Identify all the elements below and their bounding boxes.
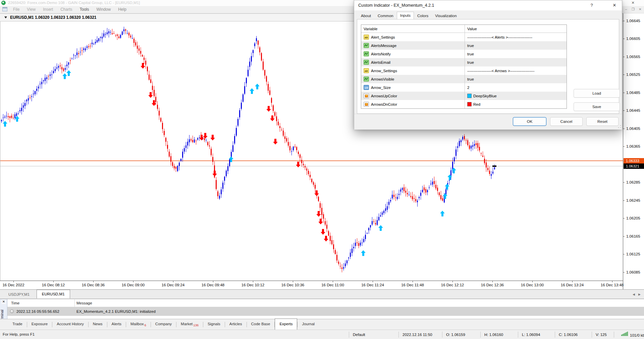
terminal-tab-experts[interactable]: Experts: [275, 319, 297, 330]
terminal-tab-signals[interactable]: Signals: [203, 319, 225, 330]
candle-body: [378, 217, 379, 220]
menu-window[interactable]: Window: [93, 6, 115, 13]
parameter-value-cell[interactable]: -------------------< Alerts >-----------…: [465, 33, 567, 41]
parameter-row[interactable]: ArrowsDnColorRed: [361, 100, 567, 108]
menu-tools[interactable]: Tools: [76, 6, 93, 13]
ok-button[interactable]: OK: [513, 117, 546, 126]
parameter-value-cell[interactable]: true: [465, 41, 567, 50]
price-axis[interactable]: 1.066451.066051.065651.065251.064851.064…: [623, 13, 644, 289]
candle-body: [477, 143, 478, 148]
candle-body: [154, 90, 155, 96]
resize-grip[interactable]: [618, 125, 621, 128]
dialog-tab-inputs[interactable]: Inputs: [397, 12, 414, 19]
candle-body: [404, 187, 405, 191]
menu-charts[interactable]: Charts: [57, 6, 76, 13]
terminal-log-row[interactable]: 2022.12.16 05:55:56.652 EX_Momentum_4.2.…: [7, 307, 644, 316]
chart-tab-scroll-right-icon[interactable]: ▶: [638, 293, 641, 296]
terminal-col-time: Time: [11, 299, 19, 307]
parameter-row[interactable]: ArrowsUpColorDeepSkyBlue: [361, 92, 567, 100]
parameter-name: Arrow_Settings: [371, 69, 397, 73]
mdi-close-icon[interactable]: ✕: [637, 6, 644, 13]
reset-button[interactable]: Reset: [586, 117, 619, 126]
candle-body: [133, 39, 135, 43]
terminal-tab-alerts[interactable]: Alerts: [107, 319, 126, 330]
status-segment: C: 1.06106: [555, 332, 592, 338]
candle-body: [357, 242, 358, 243]
time-tick: [93, 281, 94, 282]
load-button[interactable]: Load: [574, 89, 620, 98]
candle-body: [76, 52, 77, 55]
last-close-marker: [492, 165, 496, 167]
terminal-tab-news[interactable]: News: [89, 319, 107, 330]
parameter-value-cell[interactable]: true: [465, 50, 567, 58]
candle-body: [274, 112, 275, 116]
parameter-row[interactable]: 123Arrow_Size2: [361, 83, 567, 92]
candle-body: [372, 221, 373, 225]
save-button[interactable]: Save: [574, 102, 620, 111]
candle-body: [107, 33, 108, 34]
chart-tab-scroll-left-icon[interactable]: ◀: [633, 293, 635, 296]
parameter-value-cell[interactable]: -------------------< Arrows >-----------…: [465, 66, 567, 75]
status-profile[interactable]: Default: [349, 332, 398, 338]
terminal-tab-exposure[interactable]: Exposure: [27, 319, 52, 330]
dialog-tab-about[interactable]: About: [358, 12, 374, 19]
menu-file[interactable]: File: [9, 6, 23, 13]
terminal-tab-articles[interactable]: Articles: [225, 319, 247, 330]
dialog-tab-visualization[interactable]: Visualization: [432, 12, 460, 19]
candle-body: [159, 111, 160, 115]
parameter-row[interactable]: AlertsMessagetrue: [361, 41, 567, 50]
parameter-row[interactable]: abAlert_Settings-------------------< Ale…: [361, 33, 567, 41]
chart-window-icon[interactable]: [2, 7, 7, 11]
chart-tab-eurusd-m1[interactable]: EURUSD,M1: [37, 290, 70, 298]
terminal-tab-journal[interactable]: Journal: [298, 319, 319, 330]
time-axis[interactable]: 16 Dec 202216 Dec 08:1216 Dec 08:3616 De…: [0, 281, 623, 289]
candle-body: [194, 140, 195, 143]
candle-body: [417, 201, 418, 202]
dialog-tab-common[interactable]: Common: [374, 12, 397, 19]
terminal-tab-code-base[interactable]: Code Base: [247, 319, 275, 330]
parameter-value-cell[interactable]: true: [465, 58, 567, 66]
time-tick: [133, 281, 133, 282]
candle-body: [440, 195, 441, 199]
candle-body: [476, 143, 477, 145]
terminal-tab-company[interactable]: Company: [151, 319, 176, 330]
candle-body: [427, 190, 428, 192]
candle-body: [97, 40, 98, 42]
mdi-minimize-icon[interactable]: –: [623, 6, 630, 13]
parameter-value-cell[interactable]: DeepSkyBlue: [465, 92, 567, 100]
parameter-value-cell[interactable]: Red: [465, 100, 567, 108]
candle-body: [122, 32, 123, 35]
dialog-titlebar[interactable]: Custom Indicator - EX_Momentum_4.2.1 ? ✕: [354, 0, 622, 10]
chart-tab-usdjpy-m1[interactable]: USDJPY,M1: [3, 290, 35, 299]
mdi-restore-icon[interactable]: ❐: [630, 6, 637, 13]
parameter-row[interactable]: ArrowsVisibletrue: [361, 75, 567, 83]
time-label: 16 Dec 13:00: [521, 283, 544, 287]
parameter-value-cell[interactable]: 2: [465, 83, 567, 92]
terminal-tab-account-history[interactable]: Account History: [52, 319, 88, 330]
terminal-tab-trade[interactable]: Trade: [8, 319, 27, 330]
menu-help[interactable]: Help: [114, 6, 130, 13]
candle-body: [271, 98, 272, 103]
dialog-close-icon[interactable]: ✕: [608, 0, 621, 10]
menu-insert[interactable]: Insert: [39, 6, 57, 13]
parameter-row[interactable]: AlertsEmailtrue: [361, 58, 567, 66]
parameter-value-cell[interactable]: true: [465, 75, 567, 83]
cancel-button[interactable]: Cancel: [550, 117, 583, 126]
dialog-tab-colors[interactable]: Colors: [414, 12, 432, 19]
terminal-close-icon[interactable]: ✕: [1, 299, 6, 304]
candle-body: [48, 76, 49, 76]
candle-body: [179, 163, 180, 166]
parameter-row[interactable]: AlertsNotifytrue: [361, 50, 567, 58]
up-arrow-marker: [255, 84, 260, 89]
menu-view[interactable]: View: [23, 6, 39, 13]
dialog-help-icon[interactable]: ?: [586, 0, 597, 10]
window-close-icon[interactable]: ✕: [628, 0, 638, 6]
candle-body: [65, 68, 66, 70]
parameter-row[interactable]: abArrow_Settings-------------------< Arr…: [361, 66, 567, 75]
candle-body: [397, 197, 398, 199]
terminal-tab-market[interactable]: Market136: [176, 319, 203, 330]
terminal-tab-mailbox[interactable]: Mailbox6: [126, 319, 151, 330]
chevron-down-icon[interactable]: [4, 16, 7, 18]
parameter-name: ArrowsDnColor: [371, 102, 397, 106]
status-segment: V: 125: [592, 332, 614, 338]
